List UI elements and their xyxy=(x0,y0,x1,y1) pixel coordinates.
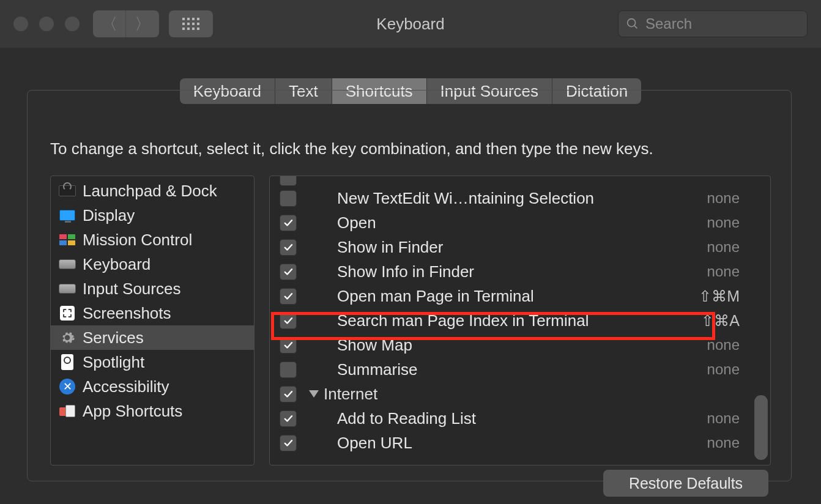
service-label: Open xyxy=(337,213,727,232)
window-title: Keyboard xyxy=(376,15,444,34)
shortcut-value[interactable]: none xyxy=(707,434,740,451)
back-button[interactable]: 〈 xyxy=(93,10,126,37)
chevron-right-icon: 〉 xyxy=(135,13,150,35)
sidebar-item-label: Mission Control xyxy=(83,231,192,250)
shortcut-value[interactable]: ⇧⌘A xyxy=(701,312,740,330)
sidebar-item-display[interactable]: Display xyxy=(51,203,254,228)
tab-input-sources[interactable]: Input Sources xyxy=(427,78,552,104)
shortcut-value[interactable]: none xyxy=(707,263,740,280)
restore-defaults-button[interactable]: Restore Defaults xyxy=(603,470,768,497)
grid-icon xyxy=(182,18,199,30)
tab-shortcuts[interactable]: Shortcuts xyxy=(332,78,427,104)
keyboard-icon xyxy=(58,256,76,273)
shortcut-value[interactable]: none xyxy=(707,190,740,207)
list-item[interactable]: Add to Reading List none xyxy=(270,406,770,431)
toolbar: 〈 〉 Keyboard Search xyxy=(0,0,821,48)
keyboard-icon xyxy=(58,280,76,297)
list-item[interactable]: Open URL none xyxy=(270,431,770,455)
checkbox[interactable] xyxy=(280,337,297,354)
sidebar-item-label: Keyboard xyxy=(83,255,150,274)
sidebar-item-keyboard[interactable]: Keyboard xyxy=(51,252,254,276)
group-label: Internet xyxy=(324,385,377,404)
checkbox[interactable] xyxy=(280,264,297,280)
list-item[interactable]: Open none xyxy=(270,210,770,235)
sidebar-item-label: Accessibility xyxy=(83,377,169,396)
gear-icon xyxy=(58,329,76,346)
shortcut-value[interactable]: ⇧⌘M xyxy=(699,287,740,305)
checkbox[interactable] xyxy=(280,239,297,256)
categories-list: Launchpad & Dock Display Mission Control… xyxy=(50,176,254,465)
checkbox[interactable] xyxy=(280,386,297,402)
close-window-button[interactable] xyxy=(13,17,28,31)
tab-keyboard[interactable]: Keyboard xyxy=(180,78,275,104)
sidebar-item-launchpad-dock[interactable]: Launchpad & Dock xyxy=(51,179,254,203)
sidebar-item-screenshots[interactable]: Screenshots xyxy=(51,301,254,325)
shortcut-value[interactable]: none xyxy=(707,361,740,378)
sidebar-item-spotlight[interactable]: Spotlight xyxy=(51,350,254,374)
mission-control-icon xyxy=(58,231,76,248)
disclosure-triangle-icon[interactable] xyxy=(309,390,319,398)
spotlight-icon xyxy=(58,354,76,371)
checkbox[interactable] xyxy=(280,313,297,329)
checkbox[interactable] xyxy=(280,410,297,427)
list-item[interactable]: New TextEdit Wi…ntaining Selection none xyxy=(270,186,770,210)
launchpad-icon xyxy=(58,182,76,199)
display-icon xyxy=(58,207,76,224)
service-label: Show Info in Finder xyxy=(337,262,727,281)
service-label: Open URL xyxy=(337,434,727,453)
minimize-window-button[interactable] xyxy=(39,17,54,31)
app-shortcuts-icon xyxy=(58,402,76,420)
list-item[interactable]: Summarise none xyxy=(270,357,770,382)
sidebar-item-accessibility[interactable]: ✕ Accessibility xyxy=(51,374,254,399)
shortcut-value[interactable]: none xyxy=(707,336,740,354)
checkbox[interactable] xyxy=(280,361,297,378)
zoom-window-button[interactable] xyxy=(65,17,80,31)
checkbox[interactable] xyxy=(280,435,297,451)
service-label: Search man Page Index in Terminal xyxy=(337,311,727,330)
search-input[interactable]: Search xyxy=(618,10,808,37)
checkbox[interactable] xyxy=(280,288,297,305)
tab-text[interactable]: Text xyxy=(275,78,332,104)
checkbox[interactable] xyxy=(280,176,297,186)
chevron-left-icon: 〈 xyxy=(102,13,117,35)
list-item[interactable]: Show Map none xyxy=(270,333,770,357)
screenshot-icon xyxy=(58,305,76,322)
sidebar-item-label: Spotlight xyxy=(83,353,144,372)
show-all-button[interactable] xyxy=(169,10,213,37)
search-icon xyxy=(626,17,639,31)
sidebar-item-label: App Shortcuts xyxy=(83,402,182,421)
shortcut-value[interactable]: none xyxy=(707,410,740,427)
instructions-text: To change a shortcut, select it, click t… xyxy=(50,139,771,158)
sidebar-item-label: Screenshots xyxy=(83,304,171,323)
service-label: Show Map xyxy=(337,336,727,355)
sidebar-item-input-sources[interactable]: Input Sources xyxy=(51,276,254,301)
svg-point-0 xyxy=(628,19,636,27)
sidebar-item-label: Services xyxy=(83,328,144,347)
checkbox[interactable] xyxy=(280,190,297,207)
service-label: Summarise xyxy=(337,360,727,379)
svg-line-1 xyxy=(634,26,637,29)
checkbox[interactable] xyxy=(280,215,297,231)
service-label: Show in Finder xyxy=(337,238,727,257)
list-item[interactable]: Show in Finder none xyxy=(270,235,770,259)
sidebar-item-services[interactable]: Services xyxy=(51,325,254,350)
scrollbar[interactable] xyxy=(754,395,768,460)
accessibility-icon: ✕ xyxy=(58,378,76,395)
shortcut-value[interactable]: none xyxy=(707,239,740,256)
group-header-internet[interactable]: Internet xyxy=(270,382,770,406)
list-item[interactable]: Show Info in Finder none xyxy=(270,259,770,284)
sidebar-item-mission-control[interactable]: Mission Control xyxy=(51,228,254,252)
sidebar-item-app-shortcuts[interactable]: App Shortcuts xyxy=(51,399,254,423)
window-controls xyxy=(13,17,80,31)
list-item-highlighted[interactable]: Search man Page Index in Terminal ⇧⌘A xyxy=(270,308,770,333)
service-label: Open man Page in Terminal xyxy=(337,287,727,306)
tab-dictation[interactable]: Dictation xyxy=(552,78,641,104)
forward-button[interactable]: 〉 xyxy=(126,10,159,37)
service-label: Add to Reading List xyxy=(337,409,727,428)
shortcuts-list: New TextEdit Wi…ntaining Selection none … xyxy=(269,176,771,465)
list-item[interactable] xyxy=(270,176,770,186)
search-placeholder: Search xyxy=(645,15,692,32)
sidebar-item-label: Launchpad & Dock xyxy=(83,182,217,201)
list-item[interactable]: Open man Page in Terminal ⇧⌘M xyxy=(270,284,770,308)
shortcut-value[interactable]: none xyxy=(707,214,740,231)
